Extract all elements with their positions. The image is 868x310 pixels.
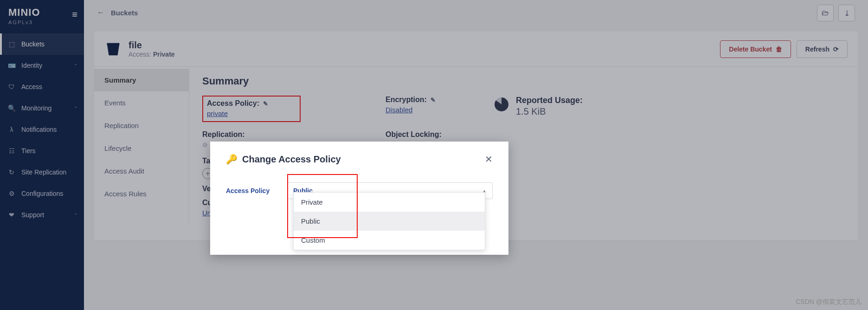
modal-title: 🔑 Change Access Policy [226,154,341,165]
watermark: CSDN @假装文艺范儿 [796,298,862,306]
option-private[interactable]: Private [294,193,485,212]
access-policy-dropdown: Private Public Custom [293,192,485,250]
option-custom[interactable]: Custom [294,231,485,250]
access-policy-field-label: Access Policy [226,187,287,194]
option-public[interactable]: Public [294,212,485,231]
close-icon[interactable]: ✕ [485,154,493,165]
key-icon: 🔑 [226,154,238,165]
